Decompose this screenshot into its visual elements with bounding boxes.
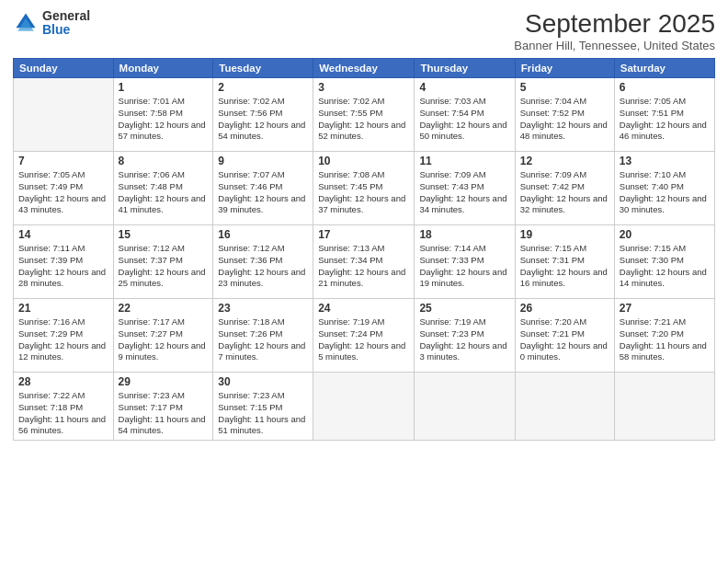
table-row: 29Sunrise: 7:23 AM Sunset: 7:17 PM Dayli… [113, 373, 213, 441]
col-friday: Friday [515, 59, 614, 78]
title-block: September 2025 Banner Hill, Tennessee, U… [514, 9, 715, 52]
day-info: Sunrise: 7:23 AM Sunset: 7:17 PM Dayligh… [119, 390, 209, 437]
day-number: 10 [318, 155, 409, 167]
page: General Blue September 2025 Banner Hill,… [0, 0, 728, 563]
col-sunday: Sunday [14, 59, 114, 78]
header: General Blue September 2025 Banner Hill,… [13, 9, 715, 52]
table-row: 21Sunrise: 7:16 AM Sunset: 7:29 PM Dayli… [14, 299, 114, 373]
day-number: 27 [620, 302, 710, 315]
day-number: 16 [218, 228, 308, 241]
day-number: 11 [419, 155, 509, 167]
day-number: 21 [18, 302, 108, 315]
col-saturday: Saturday [614, 59, 714, 78]
col-monday: Monday [113, 59, 213, 78]
day-number: 28 [18, 375, 108, 388]
day-info: Sunrise: 7:14 AM Sunset: 7:33 PM Dayligh… [419, 243, 509, 290]
day-number: 20 [620, 228, 710, 241]
location: Banner Hill, Tennessee, United States [514, 39, 715, 52]
day-info: Sunrise: 7:09 AM Sunset: 7:42 PM Dayligh… [520, 169, 609, 216]
day-info: Sunrise: 7:05 AM Sunset: 7:49 PM Dayligh… [18, 169, 108, 216]
table-row: 9Sunrise: 7:07 AM Sunset: 7:46 PM Daylig… [213, 152, 313, 225]
day-info: Sunrise: 7:21 AM Sunset: 7:20 PM Dayligh… [620, 316, 710, 363]
day-number: 8 [119, 155, 209, 167]
day-number: 25 [419, 302, 509, 315]
day-number: 7 [18, 155, 108, 167]
table-row: 13Sunrise: 7:10 AM Sunset: 7:40 PM Dayli… [614, 152, 714, 225]
day-info: Sunrise: 7:19 AM Sunset: 7:24 PM Dayligh… [318, 316, 409, 363]
day-number: 1 [119, 81, 209, 94]
day-info: Sunrise: 7:19 AM Sunset: 7:23 PM Dayligh… [419, 316, 509, 363]
col-thursday: Thursday [415, 59, 515, 78]
table-row: 12Sunrise: 7:09 AM Sunset: 7:42 PM Dayli… [515, 152, 614, 225]
day-number: 17 [318, 228, 409, 241]
day-number: 15 [119, 228, 209, 241]
col-wednesday: Wednesday [313, 59, 415, 78]
table-row: 22Sunrise: 7:17 AM Sunset: 7:27 PM Dayli… [113, 299, 213, 373]
day-number: 2 [218, 81, 308, 94]
day-info: Sunrise: 7:01 AM Sunset: 7:58 PM Dayligh… [119, 96, 209, 143]
table-row: 11Sunrise: 7:09 AM Sunset: 7:43 PM Dayli… [415, 152, 515, 225]
table-row: 6Sunrise: 7:05 AM Sunset: 7:51 PM Daylig… [614, 78, 714, 152]
day-number: 3 [318, 81, 409, 94]
table-row: 16Sunrise: 7:12 AM Sunset: 7:36 PM Dayli… [213, 225, 313, 299]
day-info: Sunrise: 7:18 AM Sunset: 7:26 PM Dayligh… [218, 316, 308, 363]
month-title: September 2025 [514, 9, 715, 39]
day-info: Sunrise: 7:20 AM Sunset: 7:21 PM Dayligh… [520, 316, 609, 363]
table-row [415, 373, 515, 441]
day-info: Sunrise: 7:02 AM Sunset: 7:56 PM Dayligh… [218, 96, 308, 143]
day-number: 18 [419, 228, 509, 241]
table-row: 23Sunrise: 7:18 AM Sunset: 7:26 PM Dayli… [213, 299, 313, 373]
day-number: 14 [18, 228, 108, 241]
day-number: 5 [520, 81, 609, 94]
day-info: Sunrise: 7:04 AM Sunset: 7:52 PM Dayligh… [520, 96, 609, 143]
table-row [313, 373, 415, 441]
calendar-header-row: Sunday Monday Tuesday Wednesday Thursday… [14, 59, 715, 78]
day-number: 22 [119, 302, 209, 315]
table-row [14, 78, 114, 152]
table-row: 30Sunrise: 7:23 AM Sunset: 7:15 PM Dayli… [213, 373, 313, 441]
table-row: 20Sunrise: 7:15 AM Sunset: 7:30 PM Dayli… [614, 225, 714, 299]
logo-text: General Blue [42, 9, 90, 38]
day-info: Sunrise: 7:03 AM Sunset: 7:54 PM Dayligh… [419, 96, 509, 143]
logo-general-text: General [42, 9, 90, 23]
col-tuesday: Tuesday [213, 59, 313, 78]
day-info: Sunrise: 7:16 AM Sunset: 7:29 PM Dayligh… [18, 316, 108, 363]
logo: General Blue [13, 9, 90, 38]
table-row: 2Sunrise: 7:02 AM Sunset: 7:56 PM Daylig… [213, 78, 313, 152]
table-row: 24Sunrise: 7:19 AM Sunset: 7:24 PM Dayli… [313, 299, 415, 373]
table-row: 18Sunrise: 7:14 AM Sunset: 7:33 PM Dayli… [415, 225, 515, 299]
day-info: Sunrise: 7:02 AM Sunset: 7:55 PM Dayligh… [318, 96, 409, 143]
table-row [614, 373, 714, 441]
table-row: 10Sunrise: 7:08 AM Sunset: 7:45 PM Dayli… [313, 152, 415, 225]
table-row: 19Sunrise: 7:15 AM Sunset: 7:31 PM Dayli… [515, 225, 614, 299]
table-row: 26Sunrise: 7:20 AM Sunset: 7:21 PM Dayli… [515, 299, 614, 373]
table-row: 27Sunrise: 7:21 AM Sunset: 7:20 PM Dayli… [614, 299, 714, 373]
day-number: 9 [218, 155, 308, 167]
day-info: Sunrise: 7:06 AM Sunset: 7:48 PM Dayligh… [119, 169, 209, 216]
day-number: 29 [119, 375, 209, 388]
day-info: Sunrise: 7:23 AM Sunset: 7:15 PM Dayligh… [218, 390, 308, 437]
day-number: 19 [520, 228, 609, 241]
table-row: 17Sunrise: 7:13 AM Sunset: 7:34 PM Dayli… [313, 225, 415, 299]
day-number: 23 [218, 302, 308, 315]
day-info: Sunrise: 7:07 AM Sunset: 7:46 PM Dayligh… [218, 169, 308, 216]
logo-blue-text: Blue [42, 23, 90, 37]
table-row [515, 373, 614, 441]
table-row: 3Sunrise: 7:02 AM Sunset: 7:55 PM Daylig… [313, 78, 415, 152]
table-row: 8Sunrise: 7:06 AM Sunset: 7:48 PM Daylig… [113, 152, 213, 225]
table-row: 28Sunrise: 7:22 AM Sunset: 7:18 PM Dayli… [14, 373, 114, 441]
table-row: 5Sunrise: 7:04 AM Sunset: 7:52 PM Daylig… [515, 78, 614, 152]
table-row: 15Sunrise: 7:12 AM Sunset: 7:37 PM Dayli… [113, 225, 213, 299]
day-number: 13 [620, 155, 710, 167]
calendar-table: Sunday Monday Tuesday Wednesday Thursday… [13, 58, 715, 441]
day-number: 30 [218, 375, 308, 388]
table-row: 25Sunrise: 7:19 AM Sunset: 7:23 PM Dayli… [415, 299, 515, 373]
day-info: Sunrise: 7:12 AM Sunset: 7:37 PM Dayligh… [119, 243, 209, 290]
logo-icon [13, 10, 39, 36]
day-number: 12 [520, 155, 609, 167]
day-info: Sunrise: 7:08 AM Sunset: 7:45 PM Dayligh… [318, 169, 409, 216]
day-info: Sunrise: 7:10 AM Sunset: 7:40 PM Dayligh… [620, 169, 710, 216]
day-info: Sunrise: 7:12 AM Sunset: 7:36 PM Dayligh… [218, 243, 308, 290]
day-info: Sunrise: 7:09 AM Sunset: 7:43 PM Dayligh… [419, 169, 509, 216]
day-number: 26 [520, 302, 609, 315]
